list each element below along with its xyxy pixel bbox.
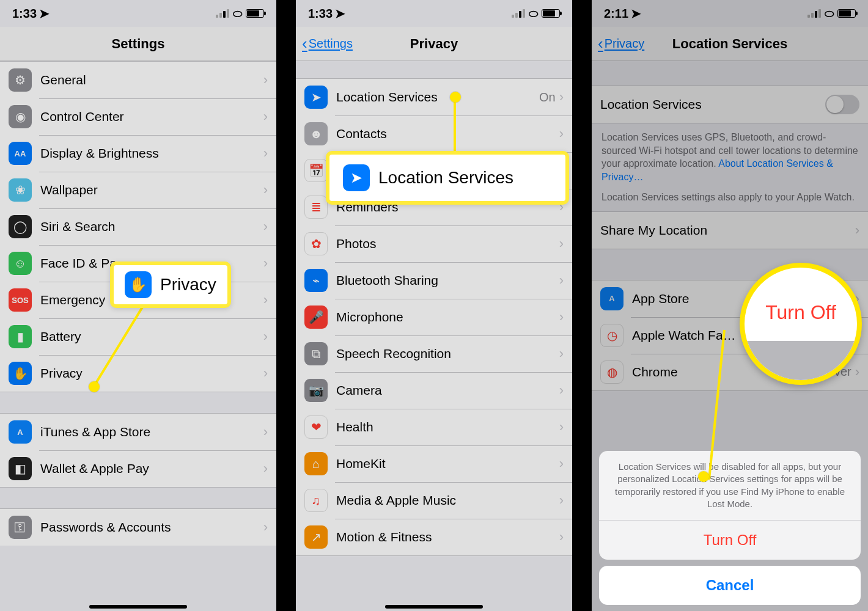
faceid-icon: ☺ bbox=[9, 252, 32, 275]
row-siri[interactable]: ◯Siri & Search› bbox=[0, 208, 276, 245]
callout-location-services: ➤ Location Services bbox=[326, 151, 569, 205]
row-contacts[interactable]: ☻Contacts› bbox=[296, 115, 572, 152]
row-label: HomeKit bbox=[336, 456, 559, 471]
callout-label: Location Services bbox=[378, 168, 513, 188]
home-indicator[interactable] bbox=[89, 605, 187, 609]
contacts-icon: ☻ bbox=[304, 122, 328, 145]
description-text-2: Location Services settings also apply to… bbox=[592, 191, 868, 211]
status-bar: 1:33 ➤ ⬭ bbox=[0, 0, 276, 27]
back-button[interactable]: ‹Settings bbox=[302, 34, 353, 53]
siri-icon: ◯ bbox=[9, 215, 32, 238]
row-media[interactable]: ♫Media & Apple Music› bbox=[296, 482, 572, 519]
row-label: Location Services bbox=[336, 90, 539, 104]
chevron-right-icon: › bbox=[559, 89, 564, 105]
wallet-icon: ◧ bbox=[9, 457, 32, 480]
row-general[interactable]: ⚙General› bbox=[0, 62, 276, 98]
row-label: Camera bbox=[336, 383, 559, 398]
navbar: ‹Privacy Location Services bbox=[592, 27, 868, 61]
signal-icon bbox=[512, 9, 525, 18]
row-battery[interactable]: ▮Battery› bbox=[0, 318, 276, 355]
back-button[interactable]: ‹Privacy bbox=[598, 34, 644, 53]
location-arrow-icon: ➤ bbox=[343, 164, 370, 191]
chevron-left-icon: ‹ bbox=[302, 34, 307, 53]
chevron-right-icon: › bbox=[559, 419, 564, 435]
row-speech[interactable]: ⧉Speech Recognition› bbox=[296, 335, 572, 372]
row-microphone[interactable]: 🎤Microphone› bbox=[296, 299, 572, 335]
chevron-right-icon: › bbox=[559, 236, 564, 252]
row-motion[interactable]: ↗Motion & Fitness› bbox=[296, 519, 572, 555]
camera-icon: 📷 bbox=[304, 379, 328, 402]
settings-list-2[interactable]: AiTunes & App Store›◧Wallet & Apple Pay› bbox=[0, 413, 276, 488]
status-time: 1:33 bbox=[12, 7, 37, 21]
sheet-message: Location Services will be disabled for a… bbox=[599, 451, 861, 521]
status-time: 2:11 bbox=[604, 7, 628, 21]
page-title: Privacy bbox=[410, 36, 458, 52]
navbar: Settings bbox=[0, 27, 276, 61]
location-icon: ➤ bbox=[304, 86, 328, 109]
panel-privacy: 1:33 ➤ ⬭ ‹Settings Privacy ➤Location Ser… bbox=[296, 0, 572, 611]
reminders-icon: ≣ bbox=[304, 196, 328, 219]
chevron-right-icon: › bbox=[263, 72, 268, 88]
row-label: Media & Apple Music bbox=[336, 493, 559, 508]
chevron-right-icon: › bbox=[559, 273, 564, 288]
privacy-list[interactable]: ➤Location ServicesOn›☻Contacts›📅Calendar… bbox=[296, 78, 572, 556]
row-homekit[interactable]: ⌂HomeKit› bbox=[296, 445, 572, 482]
row-label: Battery bbox=[40, 329, 263, 344]
row-itunes[interactable]: AiTunes & App Store› bbox=[0, 414, 276, 450]
chevron-right-icon: › bbox=[263, 109, 268, 125]
battery-icon: ▮ bbox=[9, 325, 32, 348]
passwords-icon: ⚿ bbox=[9, 516, 32, 539]
toggle-row-group: Location Services bbox=[592, 86, 868, 123]
battery-icon bbox=[837, 9, 856, 18]
row-camera[interactable]: 📷Camera› bbox=[296, 372, 572, 409]
chevron-right-icon: › bbox=[559, 346, 564, 362]
chevron-right-icon: › bbox=[263, 292, 268, 308]
status-time: 1:33 bbox=[308, 7, 333, 21]
toggle-switch[interactable] bbox=[825, 95, 859, 114]
row-label: Siri & Search bbox=[40, 219, 263, 234]
watch-icon: ◷ bbox=[600, 324, 623, 347]
chevron-right-icon: › bbox=[559, 382, 564, 398]
callout-label: Turn Off bbox=[765, 301, 836, 324]
row-location[interactable]: ➤Location ServicesOn› bbox=[296, 79, 572, 115]
row-display[interactable]: AADisplay & Brightness› bbox=[0, 135, 276, 172]
chevron-right-icon: › bbox=[263, 365, 268, 381]
share-label: Share My Location bbox=[600, 223, 855, 238]
chevron-right-icon: › bbox=[855, 222, 859, 238]
settings-list-3[interactable]: ⚿Passwords & Accounts› bbox=[0, 508, 276, 546]
status-bar: 2:11 ➤ ⬭ bbox=[592, 0, 868, 27]
row-label: Speech Recognition bbox=[336, 346, 559, 361]
media-icon: ♫ bbox=[304, 489, 328, 512]
highlight-dot bbox=[89, 381, 100, 392]
row-photos[interactable]: ✿Photos› bbox=[296, 225, 572, 262]
chevron-right-icon: › bbox=[559, 126, 564, 142]
location-services-toggle-row[interactable]: Location Services bbox=[592, 86, 868, 123]
highlight-dot bbox=[698, 471, 709, 482]
cancel-button[interactable]: Cancel bbox=[599, 566, 861, 605]
row-passwords[interactable]: ⚿Passwords & Accounts› bbox=[0, 509, 276, 546]
wallpaper-icon: ❀ bbox=[9, 178, 32, 202]
row-label: Microphone bbox=[336, 310, 559, 324]
turn-off-button[interactable]: Turn Off bbox=[599, 521, 861, 560]
callout-turn-off: Turn Off bbox=[740, 263, 862, 385]
share-group: Share My Location › bbox=[592, 211, 868, 249]
row-wallpaper[interactable]: ❀Wallpaper› bbox=[0, 172, 276, 208]
appstore-icon: A bbox=[600, 287, 623, 310]
toggle-label: Location Services bbox=[600, 97, 825, 112]
row-label: Wallet & Apple Pay bbox=[40, 461, 263, 476]
share-my-location-row[interactable]: Share My Location › bbox=[592, 212, 868, 249]
row-control-center[interactable]: ◉Control Center› bbox=[0, 98, 276, 135]
wifi-icon: ⬭ bbox=[825, 7, 834, 20]
row-bluetooth[interactable]: ⌁Bluetooth Sharing› bbox=[296, 262, 572, 299]
panel-settings: 1:33 ➤ ⬭ Settings ⚙General›◉Control Cent… bbox=[0, 0, 276, 611]
row-health[interactable]: ❤Health› bbox=[296, 409, 572, 445]
row-label: iTunes & App Store bbox=[40, 425, 263, 439]
row-wallet[interactable]: ◧Wallet & Apple Pay› bbox=[0, 450, 276, 487]
row-privacy[interactable]: ✋Privacy› bbox=[0, 355, 276, 392]
chevron-right-icon: › bbox=[559, 529, 564, 545]
chevron-right-icon: › bbox=[263, 424, 268, 440]
privacy-icon: ✋ bbox=[9, 362, 32, 385]
home-indicator[interactable] bbox=[385, 605, 483, 609]
settings-list[interactable]: ⚙General›◉Control Center›AADisplay & Bri… bbox=[0, 61, 276, 392]
row-label: General bbox=[40, 73, 263, 87]
